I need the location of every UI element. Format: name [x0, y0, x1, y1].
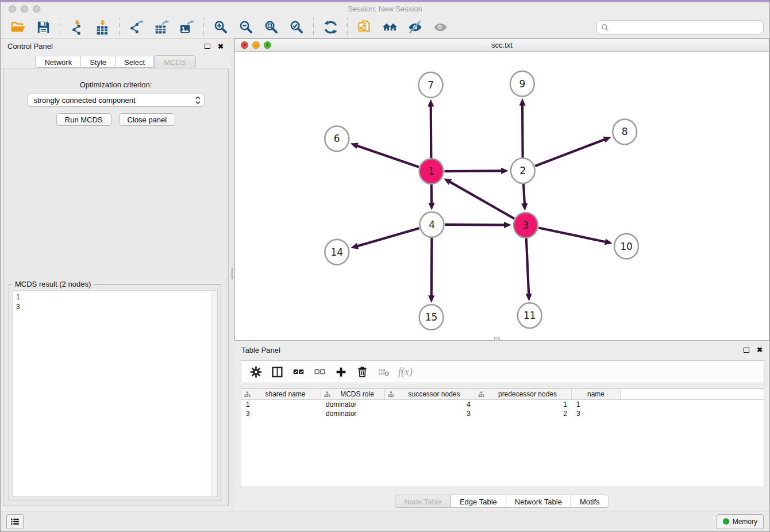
- clone-network-button[interactable]: [353, 18, 376, 37]
- network-window-titlebar[interactable]: × − + scc.txt: [235, 39, 769, 52]
- zoom-fit-button[interactable]: [260, 18, 283, 37]
- graph-node-6[interactable]: 6: [325, 126, 349, 151]
- horizontal-splitter-grip[interactable]: [494, 337, 500, 341]
- graph-node-7[interactable]: 7: [419, 72, 443, 98]
- graph-node-14[interactable]: 14: [325, 240, 349, 265]
- delete-row-button[interactable]: [353, 363, 371, 380]
- deselect-all-button[interactable]: [311, 363, 328, 380]
- splitter-grip[interactable]: [231, 268, 233, 279]
- close-panel-icon[interactable]: ✖: [218, 43, 224, 50]
- hide-panel-button[interactable]: [403, 18, 426, 37]
- graph-node-4[interactable]: 4: [420, 212, 444, 237]
- add-row-button[interactable]: [332, 363, 349, 380]
- export-network-button[interactable]: [125, 18, 148, 37]
- columns-button[interactable]: [268, 363, 286, 380]
- graph-edge-2-9[interactable]: [519, 98, 526, 158]
- run-mcds-button[interactable]: Run MCDS: [56, 113, 111, 126]
- apply-layout-button[interactable]: [319, 18, 342, 37]
- cell-MCDS-role[interactable]: dominator: [321, 400, 385, 409]
- zoom-selected-button[interactable]: [285, 18, 308, 37]
- toolbar-separator: [313, 18, 314, 37]
- mcds-result-list[interactable]: 13: [12, 290, 218, 497]
- close-panel-button[interactable]: Close panel: [119, 113, 176, 126]
- tab-edge-table[interactable]: Edge Table: [451, 495, 506, 508]
- graph-edge-3-10[interactable]: [538, 228, 612, 245]
- table-row[interactable]: 3dominator323: [241, 409, 764, 418]
- tab-style[interactable]: Style: [81, 56, 116, 68]
- frame-minimize-button[interactable]: −: [252, 41, 260, 49]
- table-float-icon[interactable]: [744, 348, 749, 353]
- search-input[interactable]: [612, 23, 759, 32]
- zoom-out-button[interactable]: [234, 18, 257, 37]
- cell-successor-nodes[interactable]: 4: [385, 400, 475, 409]
- float-panel-icon[interactable]: [205, 44, 210, 49]
- cell-predecessor-nodes[interactable]: 2: [475, 409, 572, 418]
- graph-edge-4-14[interactable]: [351, 228, 419, 249]
- cell-shared-name[interactable]: 3: [241, 409, 321, 418]
- zoom-out-icon: [238, 20, 254, 35]
- graph-edge-1-4[interactable]: [429, 184, 435, 210]
- graph-node-11[interactable]: 11: [518, 303, 542, 328]
- import-table-button[interactable]: [91, 18, 114, 37]
- graph-node-8[interactable]: 8: [613, 119, 637, 145]
- graph-node-9[interactable]: 9: [510, 71, 534, 97]
- graph-node-2[interactable]: 2: [511, 158, 535, 183]
- tab-node-table[interactable]: Node Table: [395, 495, 451, 508]
- import-network-button[interactable]: [66, 18, 88, 37]
- graph-edge-3-1[interactable]: [444, 179, 514, 219]
- table-close-icon[interactable]: ✖: [757, 346, 763, 353]
- graph-edge-2-8[interactable]: [535, 137, 611, 166]
- vertical-splitter[interactable]: [230, 38, 234, 511]
- graph-node-1[interactable]: 1: [419, 159, 444, 184]
- network-canvas[interactable]: 7968124314101511: [235, 52, 769, 340]
- cell-name[interactable]: 3: [572, 409, 621, 418]
- frame-maximize-button[interactable]: +: [264, 41, 271, 49]
- export-image-button[interactable]: [175, 18, 198, 37]
- graph-edge-3-11[interactable]: [526, 238, 532, 302]
- overview-home-button[interactable]: [378, 18, 401, 37]
- export-table-button[interactable]: [150, 18, 173, 37]
- open-session-button[interactable]: [6, 18, 29, 37]
- memory-button[interactable]: Memory: [717, 514, 764, 529]
- cell-successor-nodes[interactable]: 3: [385, 409, 475, 418]
- column-header-name[interactable]: name: [572, 389, 621, 399]
- tab-mcds[interactable]: MCDS: [154, 55, 195, 68]
- cell-shared-name[interactable]: 1: [241, 400, 321, 409]
- result-scrollbar[interactable]: [211, 291, 217, 496]
- cell-name[interactable]: 1: [572, 400, 621, 409]
- delete-table-button[interactable]: [375, 363, 392, 380]
- graph-node-3[interactable]: 3: [514, 213, 538, 238]
- function-builder-button[interactable]: f(x): [398, 366, 413, 378]
- column-header-MCDS-role[interactable]: MCDS role: [321, 389, 385, 399]
- graph-edge-1-7[interactable]: [428, 99, 434, 159]
- graph-edge-4-3[interactable]: [445, 222, 511, 228]
- task-history-button[interactable]: [6, 514, 24, 529]
- svg-text:9: 9: [519, 78, 525, 90]
- table-row[interactable]: 1dominator411: [241, 400, 764, 409]
- node-table: shared nameMCDS rolesuccessor nodesprede…: [241, 388, 764, 487]
- graph-edge-2-3[interactable]: [521, 184, 528, 211]
- optimization-dropdown[interactable]: strongly connected component: [28, 94, 205, 107]
- search-box[interactable]: [596, 20, 764, 34]
- column-header-successor-nodes[interactable]: successor nodes: [385, 389, 475, 399]
- graph-node-15[interactable]: 15: [419, 304, 444, 330]
- tab-network[interactable]: Network: [35, 56, 81, 68]
- column-header-shared-name[interactable]: shared name: [241, 389, 321, 399]
- show-panel-button[interactable]: [429, 18, 452, 37]
- select-all-button[interactable]: [290, 363, 307, 380]
- zoom-in-button[interactable]: [209, 18, 232, 37]
- graph-edge-4-15[interactable]: [428, 238, 434, 303]
- graph-node-10[interactable]: 10: [614, 234, 638, 259]
- graph-edge-1-6[interactable]: [351, 142, 419, 167]
- save-session-button[interactable]: [32, 18, 55, 37]
- settings-button[interactable]: [247, 363, 264, 380]
- graph-edge-1-2[interactable]: [444, 168, 509, 174]
- tab-select[interactable]: Select: [116, 56, 154, 68]
- stepper-arrows-icon: [194, 95, 202, 105]
- cell-predecessor-nodes[interactable]: 1: [475, 400, 572, 409]
- column-header-predecessor-nodes[interactable]: predecessor nodes: [475, 389, 572, 399]
- cell-MCDS-role[interactable]: dominator: [321, 409, 385, 418]
- frame-close-button[interactable]: ×: [241, 41, 248, 49]
- tab-motifs[interactable]: Motifs: [571, 495, 609, 508]
- tab-network-table[interactable]: Network Table: [506, 495, 571, 508]
